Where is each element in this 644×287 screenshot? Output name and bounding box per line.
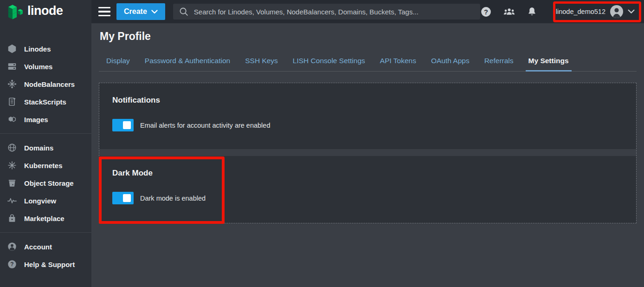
- tab-display[interactable]: Display: [99, 51, 137, 71]
- sidebar-group-services: Domains Kubernetes: [0, 139, 91, 227]
- linode-hexagon-icon: [7, 44, 17, 54]
- globe-icon: [7, 143, 17, 153]
- notifications-section: Notifications Email alerts for account a…: [99, 83, 636, 149]
- topbar: linode Create ?: [0, 0, 644, 23]
- linode-logo-text: linode: [27, 5, 63, 19]
- bucket-icon: [7, 178, 17, 188]
- tab-api-tokens[interactable]: API Tokens: [373, 51, 424, 71]
- sidebar: Linodes Volumes NodeBalancers: [0, 23, 91, 287]
- help-circle-icon: ?: [7, 259, 17, 269]
- volumes-drives-icon: [7, 61, 17, 72]
- stackscripts-scroll-icon: [7, 97, 17, 107]
- bell-icon[interactable]: [527, 6, 537, 17]
- dark-mode-section-title: Dark Mode: [112, 169, 623, 178]
- dark-mode-toggle-label: Dark mode is enabled: [140, 195, 206, 202]
- avatar: [610, 5, 624, 19]
- email-alerts-toggle-label: Email alerts for account activity are en…: [140, 122, 270, 129]
- tab-oauth-apps[interactable]: OAuth Apps: [424, 51, 477, 71]
- tab-password-authentication[interactable]: Password & Authentication: [137, 51, 238, 71]
- images-hexagons-icon: [7, 114, 17, 124]
- chevron-down-icon: [628, 9, 635, 14]
- sidebar-item-domains[interactable]: Domains: [0, 139, 91, 157]
- linode-logo[interactable]: linode: [0, 0, 91, 23]
- sidebar-item-marketplace[interactable]: Marketplace: [0, 209, 91, 227]
- community-icon[interactable]: [503, 6, 515, 17]
- settings-panels: Notifications Email alerts for account a…: [99, 83, 637, 223]
- help-icon[interactable]: ?: [480, 6, 492, 18]
- search-bar[interactable]: [173, 4, 480, 20]
- nodebalancer-hub-icon: [7, 79, 17, 89]
- sidebar-item-longview[interactable]: Longview: [0, 192, 91, 209]
- sidebar-item-images[interactable]: Images: [0, 111, 91, 128]
- panel-gap: [99, 149, 636, 156]
- sidebar-divider: [0, 232, 91, 233]
- search-input[interactable]: [194, 8, 475, 16]
- toggle-knob: [123, 194, 131, 202]
- sidebar-divider: [0, 133, 91, 134]
- sidebar-item-object-storage[interactable]: Object Storage: [0, 174, 91, 192]
- chevron-down-icon: [151, 10, 158, 14]
- create-button[interactable]: Create: [116, 3, 165, 20]
- tab-my-settings[interactable]: My Settings: [521, 51, 576, 71]
- main-content: My Profile Display Password & Authentica…: [91, 23, 644, 287]
- kubernetes-helm-icon: [7, 160, 17, 170]
- svg-text:?: ?: [10, 261, 13, 267]
- tab-lish-console-settings[interactable]: LISH Console Settings: [285, 51, 373, 71]
- create-button-label: Create: [124, 7, 147, 16]
- dark-mode-toggle[interactable]: [112, 192, 134, 204]
- toggle-knob: [123, 121, 131, 129]
- linode-cloud-manager: linode Create ?: [0, 0, 644, 287]
- sidebar-item-help-support[interactable]: ? Help & Support: [0, 255, 91, 273]
- sidebar-group-compute: Linodes Volumes NodeBalancers: [0, 40, 91, 128]
- email-alerts-toggle[interactable]: [112, 119, 134, 131]
- topbar-icons: ? linode_demo512: [480, 2, 644, 21]
- sidebar-item-kubernetes[interactable]: Kubernetes: [0, 157, 91, 174]
- notifications-section-title: Notifications: [112, 96, 623, 105]
- shopping-bag-icon: [7, 213, 17, 223]
- sidebar-group-account: Account ? Help & Support: [0, 238, 91, 273]
- username: linode_demo512: [556, 8, 605, 15]
- menu-icon[interactable]: [98, 7, 110, 16]
- search-icon: [179, 7, 189, 17]
- page-title: My Profile: [100, 29, 644, 43]
- linode-logo-icon: [7, 3, 23, 20]
- sidebar-item-linodes[interactable]: Linodes: [0, 40, 91, 58]
- sidebar-item-volumes[interactable]: Volumes: [0, 58, 91, 75]
- tab-referrals[interactable]: Referrals: [477, 51, 521, 71]
- sidebar-item-nodebalancers[interactable]: NodeBalancers: [0, 75, 91, 93]
- pulse-icon: [7, 196, 17, 206]
- tab-ssh-keys[interactable]: SSH Keys: [238, 51, 285, 71]
- sidebar-item-stackscripts[interactable]: StackScripts: [0, 93, 91, 111]
- svg-text:?: ?: [484, 8, 488, 15]
- sidebar-item-account[interactable]: Account: [0, 238, 91, 255]
- dark-mode-section: Dark Mode Dark mode is enabled: [99, 156, 636, 223]
- user-menu[interactable]: linode_demo512: [548, 2, 640, 21]
- account-person-icon: [7, 241, 17, 252]
- profile-tabs: Display Password & Authentication SSH Ke…: [99, 51, 637, 72]
